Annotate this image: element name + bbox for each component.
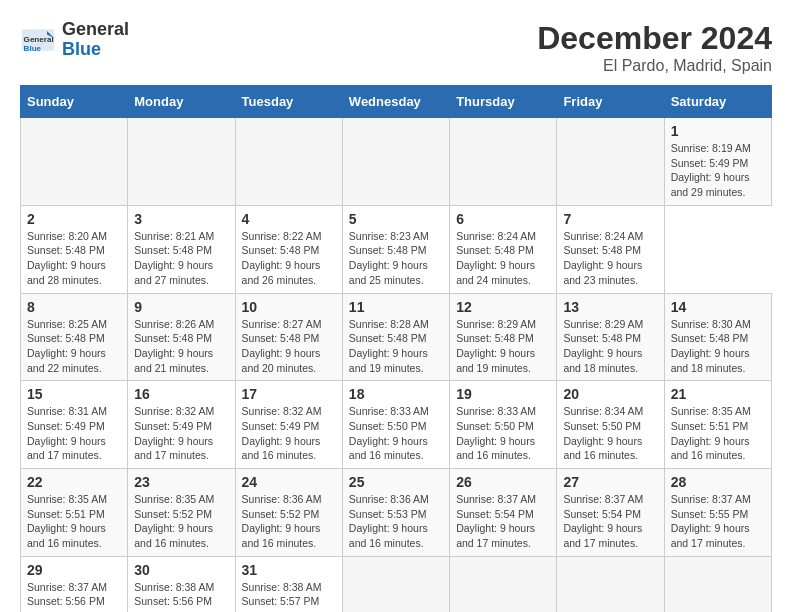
day-info: Sunrise: 8:31 AM Sunset: 5:49 PM Dayligh… bbox=[27, 404, 121, 463]
sunrise: Sunrise: 8:38 AM bbox=[134, 581, 214, 593]
logo: General Blue General Blue bbox=[20, 20, 129, 60]
day-number: 8 bbox=[27, 299, 121, 315]
sunrise: Sunrise: 8:33 AM bbox=[456, 405, 536, 417]
day-number: 15 bbox=[27, 386, 121, 402]
daylight: Daylight: 9 hours and 16 minutes. bbox=[134, 522, 213, 549]
sunset: Sunset: 5:50 PM bbox=[456, 420, 534, 432]
day-number: 6 bbox=[456, 211, 550, 227]
sunset: Sunset: 5:52 PM bbox=[134, 508, 212, 520]
calendar-cell: 25 Sunrise: 8:36 AM Sunset: 5:53 PM Dayl… bbox=[342, 469, 449, 557]
sunrise: Sunrise: 8:34 AM bbox=[563, 405, 643, 417]
col-tuesday: Tuesday bbox=[235, 86, 342, 118]
day-info: Sunrise: 8:32 AM Sunset: 5:49 PM Dayligh… bbox=[134, 404, 228, 463]
day-info: Sunrise: 8:27 AM Sunset: 5:48 PM Dayligh… bbox=[242, 317, 336, 376]
week-row-2: 2 Sunrise: 8:20 AM Sunset: 5:48 PM Dayli… bbox=[21, 205, 772, 293]
day-number: 30 bbox=[134, 562, 228, 578]
day-info: Sunrise: 8:36 AM Sunset: 5:52 PM Dayligh… bbox=[242, 492, 336, 551]
calendar-cell bbox=[21, 118, 128, 206]
daylight: Daylight: 9 hours and 24 minutes. bbox=[456, 259, 535, 286]
day-number: 16 bbox=[134, 386, 228, 402]
daylight: Daylight: 9 hours and 16 minutes. bbox=[563, 435, 642, 462]
day-number: 26 bbox=[456, 474, 550, 490]
svg-text:General: General bbox=[24, 35, 54, 44]
calendar-cell: 6 Sunrise: 8:24 AM Sunset: 5:48 PM Dayli… bbox=[450, 205, 557, 293]
week-row-5: 22 Sunrise: 8:35 AM Sunset: 5:51 PM Dayl… bbox=[21, 469, 772, 557]
day-info: Sunrise: 8:25 AM Sunset: 5:48 PM Dayligh… bbox=[27, 317, 121, 376]
month-title: December 2024 bbox=[537, 20, 772, 57]
sunset: Sunset: 5:48 PM bbox=[27, 332, 105, 344]
week-row-1: 1 Sunrise: 8:19 AM Sunset: 5:49 PM Dayli… bbox=[21, 118, 772, 206]
sunset: Sunset: 5:48 PM bbox=[456, 244, 534, 256]
day-number: 22 bbox=[27, 474, 121, 490]
sunset: Sunset: 5:48 PM bbox=[563, 332, 641, 344]
calendar-cell: 21 Sunrise: 8:35 AM Sunset: 5:51 PM Dayl… bbox=[664, 381, 771, 469]
day-info: Sunrise: 8:37 AM Sunset: 5:55 PM Dayligh… bbox=[671, 492, 765, 551]
col-wednesday: Wednesday bbox=[342, 86, 449, 118]
week-row-3: 8 Sunrise: 8:25 AM Sunset: 5:48 PM Dayli… bbox=[21, 293, 772, 381]
calendar-cell bbox=[450, 118, 557, 206]
day-info: Sunrise: 8:28 AM Sunset: 5:48 PM Dayligh… bbox=[349, 317, 443, 376]
col-sunday: Sunday bbox=[21, 86, 128, 118]
day-number: 4 bbox=[242, 211, 336, 227]
sunset: Sunset: 5:49 PM bbox=[134, 420, 212, 432]
calendar-cell: 22 Sunrise: 8:35 AM Sunset: 5:51 PM Dayl… bbox=[21, 469, 128, 557]
calendar-cell: 2 Sunrise: 8:20 AM Sunset: 5:48 PM Dayli… bbox=[21, 205, 128, 293]
day-info: Sunrise: 8:33 AM Sunset: 5:50 PM Dayligh… bbox=[349, 404, 443, 463]
logo-blue: Blue bbox=[62, 40, 129, 60]
day-number: 24 bbox=[242, 474, 336, 490]
calendar-cell: 31 Sunrise: 8:38 AM Sunset: 5:57 PM Dayl… bbox=[235, 556, 342, 612]
calendar-cell: 12 Sunrise: 8:29 AM Sunset: 5:48 PM Dayl… bbox=[450, 293, 557, 381]
logo-icon: General Blue bbox=[20, 22, 56, 58]
daylight: Daylight: 9 hours and 16 minutes. bbox=[349, 435, 428, 462]
sunset: Sunset: 5:48 PM bbox=[349, 332, 427, 344]
day-info: Sunrise: 8:22 AM Sunset: 5:48 PM Dayligh… bbox=[242, 229, 336, 288]
sunrise: Sunrise: 8:35 AM bbox=[134, 493, 214, 505]
calendar-table: Sunday Monday Tuesday Wednesday Thursday… bbox=[20, 85, 772, 612]
day-number: 3 bbox=[134, 211, 228, 227]
sunrise: Sunrise: 8:30 AM bbox=[671, 318, 751, 330]
daylight: Daylight: 9 hours and 29 minutes. bbox=[671, 171, 750, 198]
sunrise: Sunrise: 8:36 AM bbox=[242, 493, 322, 505]
sunrise: Sunrise: 8:21 AM bbox=[134, 230, 214, 242]
day-info: Sunrise: 8:21 AM Sunset: 5:48 PM Dayligh… bbox=[134, 229, 228, 288]
sunset: Sunset: 5:48 PM bbox=[134, 244, 212, 256]
daylight: Daylight: 9 hours and 21 minutes. bbox=[134, 347, 213, 374]
daylight: Daylight: 9 hours and 17 minutes. bbox=[671, 522, 750, 549]
location-title: El Pardo, Madrid, Spain bbox=[537, 57, 772, 75]
daylight: Daylight: 9 hours and 16 minutes. bbox=[27, 522, 106, 549]
sunset: Sunset: 5:54 PM bbox=[563, 508, 641, 520]
day-number: 5 bbox=[349, 211, 443, 227]
day-number: 21 bbox=[671, 386, 765, 402]
day-number: 13 bbox=[563, 299, 657, 315]
daylight: Daylight: 9 hours and 20 minutes. bbox=[242, 347, 321, 374]
day-info: Sunrise: 8:36 AM Sunset: 5:53 PM Dayligh… bbox=[349, 492, 443, 551]
calendar-cell bbox=[450, 556, 557, 612]
day-info: Sunrise: 8:35 AM Sunset: 5:52 PM Dayligh… bbox=[134, 492, 228, 551]
calendar-cell: 9 Sunrise: 8:26 AM Sunset: 5:48 PM Dayli… bbox=[128, 293, 235, 381]
sunset: Sunset: 5:56 PM bbox=[27, 595, 105, 607]
sunrise: Sunrise: 8:36 AM bbox=[349, 493, 429, 505]
day-number: 29 bbox=[27, 562, 121, 578]
sunrise: Sunrise: 8:19 AM bbox=[671, 142, 751, 154]
sunrise: Sunrise: 8:33 AM bbox=[349, 405, 429, 417]
calendar-cell: 3 Sunrise: 8:21 AM Sunset: 5:48 PM Dayli… bbox=[128, 205, 235, 293]
day-info: Sunrise: 8:29 AM Sunset: 5:48 PM Dayligh… bbox=[563, 317, 657, 376]
calendar-cell bbox=[342, 118, 449, 206]
sunrise: Sunrise: 8:29 AM bbox=[456, 318, 536, 330]
day-number: 7 bbox=[563, 211, 657, 227]
sunset: Sunset: 5:49 PM bbox=[27, 420, 105, 432]
calendar-cell: 11 Sunrise: 8:28 AM Sunset: 5:48 PM Dayl… bbox=[342, 293, 449, 381]
day-number: 31 bbox=[242, 562, 336, 578]
calendar-cell bbox=[235, 118, 342, 206]
sunrise: Sunrise: 8:37 AM bbox=[563, 493, 643, 505]
calendar-cell bbox=[128, 118, 235, 206]
sunset: Sunset: 5:55 PM bbox=[671, 508, 749, 520]
sunrise: Sunrise: 8:38 AM bbox=[242, 581, 322, 593]
daylight: Daylight: 9 hours and 16 minutes. bbox=[349, 522, 428, 549]
sunrise: Sunrise: 8:23 AM bbox=[349, 230, 429, 242]
calendar-cell: 5 Sunrise: 8:23 AM Sunset: 5:48 PM Dayli… bbox=[342, 205, 449, 293]
sunrise: Sunrise: 8:24 AM bbox=[456, 230, 536, 242]
calendar-cell: 1 Sunrise: 8:19 AM Sunset: 5:49 PM Dayli… bbox=[664, 118, 771, 206]
daylight: Daylight: 9 hours and 23 minutes. bbox=[563, 259, 642, 286]
sunset: Sunset: 5:54 PM bbox=[456, 508, 534, 520]
